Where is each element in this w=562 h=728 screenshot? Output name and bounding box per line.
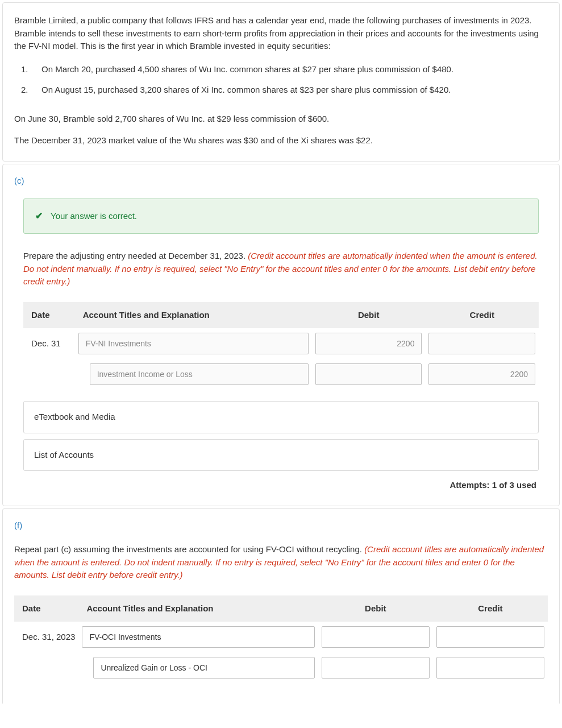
credit-input[interactable] — [428, 333, 535, 354]
intro-paragraph-1: Bramble Limited, a public company that f… — [14, 14, 548, 53]
debit-input[interactable] — [315, 363, 422, 385]
part-c-card: (c) ✔ Your answer is correct. Prepare th… — [2, 164, 560, 506]
intro-paragraph-2: On June 30, Bramble sold 2,700 shares of… — [14, 113, 548, 126]
header-date: Date — [23, 302, 75, 329]
list-number: 2. — [21, 84, 30, 97]
credit-input[interactable] — [436, 657, 544, 679]
credit-input[interactable] — [436, 626, 544, 648]
list-item: 2. On August 15, purchased 3,200 shares … — [21, 84, 548, 97]
journal-entry-table-f: Date Account Titles and Explanation Debi… — [14, 595, 548, 684]
part-f-instructions: Repeat part (c) assuming the investments… — [14, 543, 548, 582]
table-row — [14, 652, 548, 683]
part-label-f: (f) — [3, 509, 559, 532]
debit-input[interactable] — [322, 626, 430, 648]
etextbook-media-button[interactable]: eTextbook and Media — [23, 401, 539, 433]
table-row: Dec. 31 — [23, 328, 539, 359]
correct-answer-banner: ✔ Your answer is correct. — [23, 198, 539, 234]
account-title-input[interactable] — [93, 657, 314, 679]
entry-date — [23, 359, 75, 390]
debit-input[interactable] — [315, 333, 422, 354]
table-row: Dec. 31, 2023 — [14, 622, 548, 652]
header-date: Date — [14, 595, 78, 622]
part-c-instructions: Prepare the adjusting entry needed at De… — [23, 250, 539, 288]
banner-text: Your answer is correct. — [51, 210, 137, 223]
journal-entry-table-c: Date Account Titles and Explanation Debi… — [23, 302, 539, 390]
table-row — [23, 359, 539, 390]
header-debit: Debit — [312, 302, 426, 329]
list-text: On August 15, purchased 3,200 shares of … — [41, 84, 451, 97]
part-label-c: (c) — [3, 164, 559, 188]
part-f-card: (f) Repeat part (c) assuming the investm… — [2, 508, 560, 704]
entry-date: Dec. 31, 2023 — [14, 622, 78, 652]
entry-date: Dec. 31 — [23, 328, 75, 359]
list-number: 1. — [21, 63, 30, 76]
account-title-input[interactable] — [90, 363, 309, 385]
debit-input[interactable] — [322, 657, 430, 679]
attempts-counter: Attempts: 1 of 3 used — [14, 479, 536, 492]
header-credit: Credit — [425, 302, 539, 329]
intro-paragraph-3: The December 31, 2023 market value of th… — [14, 134, 548, 147]
header-credit: Credit — [433, 595, 548, 622]
credit-input[interactable] — [428, 363, 535, 385]
entry-date — [14, 652, 78, 683]
list-item: 1. On March 20, purchased 4,500 shares o… — [21, 63, 548, 76]
header-debit: Debit — [318, 595, 433, 622]
account-title-input[interactable] — [82, 626, 314, 648]
list-of-accounts-button[interactable]: List of Accounts — [23, 439, 539, 471]
header-account: Account Titles and Explanation — [75, 302, 312, 329]
purchase-list: 1. On March 20, purchased 4,500 shares o… — [14, 63, 548, 97]
account-title-input[interactable] — [78, 333, 309, 354]
check-icon: ✔ — [35, 209, 43, 223]
list-text: On March 20, purchased 4,500 shares of W… — [41, 63, 453, 76]
header-account: Account Titles and Explanation — [78, 595, 318, 622]
problem-statement-card: Bramble Limited, a public company that f… — [2, 2, 560, 162]
